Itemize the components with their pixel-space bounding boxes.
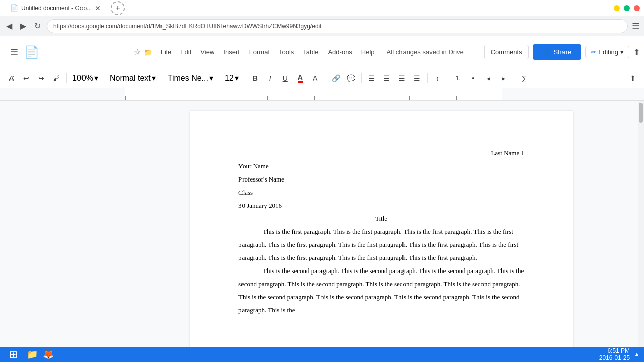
highlight-button[interactable]: A <box>308 71 323 85</box>
collapse-toolbar-button[interactable]: ⬆ <box>626 71 640 85</box>
toolbar: 🖨 ↩ ↪ 🖌 100% ▾ Normal text ▾ Times Ne...… <box>0 68 644 88</box>
bold-button[interactable]: B <box>248 71 262 85</box>
browser-chrome: ◀ ▶ ↻ https://docs.google.com/document/d… <box>0 16 644 36</box>
comments-button[interactable]: Comments <box>484 45 529 59</box>
zoom-chevron-icon: ▾ <box>94 73 98 83</box>
increase-indent-button[interactable]: ▸ <box>497 71 511 85</box>
font-chevron-icon: ▾ <box>209 73 213 83</box>
align-right-button[interactable]: ☰ <box>395 71 409 85</box>
highlight-icon: A <box>313 74 317 82</box>
bullet-list-button[interactable]: • <box>466 71 480 85</box>
font-selector[interactable]: Times Ne... ▾ <box>165 73 216 83</box>
pencil-icon: ✏ <box>591 48 596 56</box>
document-canvas[interactable]: Last Name 1 Your Name Professor's Name C… <box>125 101 638 362</box>
chrome-menu-button[interactable]: ☰ <box>632 21 640 32</box>
scrollbar-thumb[interactable] <box>639 103 643 123</box>
italic-button[interactable]: I <box>263 71 277 85</box>
menu-bar: File Edit View Insert Format Tools Table… <box>156 46 379 58</box>
comment-button[interactable]: 💬 <box>344 71 358 85</box>
share-button[interactable]: 👤 Share <box>533 44 582 60</box>
link-button[interactable]: 🔗 <box>329 71 343 85</box>
divider-9 <box>448 73 448 83</box>
paragraph-1-text: This is the first paragraph. This is the… <box>238 228 518 261</box>
page-header: Last Name 1 <box>238 147 524 160</box>
editing-chevron-icon: ▾ <box>620 48 624 56</box>
address-bar[interactable]: https://docs.google.com/document/d/1Mr_S… <box>47 19 628 33</box>
paragraph-2-text: This is the second paragraph. This is th… <box>238 267 524 314</box>
formula-button[interactable]: ∑ <box>517 71 531 85</box>
divider-8 <box>427 73 428 83</box>
addons-menu[interactable]: Add-ons <box>324 46 356 58</box>
format-menu[interactable]: Format <box>245 46 274 58</box>
divider-5 <box>245 73 245 83</box>
maximize-button[interactable] <box>624 5 630 11</box>
zoom-value: 100% <box>72 74 93 83</box>
expand-button[interactable]: ⬆ <box>633 47 640 57</box>
date-line: 30 January 2016 <box>238 199 524 212</box>
file-menu[interactable]: File <box>156 46 175 58</box>
ruler-inner <box>125 88 644 100</box>
align-left-button[interactable]: ☰ <box>365 71 379 85</box>
forward-button[interactable]: ▶ <box>18 19 28 33</box>
undo-button[interactable]: ↩ <box>19 71 33 85</box>
justify-button[interactable]: ☰ <box>410 71 424 85</box>
start-button[interactable]: ⊞ <box>4 350 22 359</box>
new-tab-button[interactable]: + <box>111 1 125 15</box>
text-color-icon: A <box>298 73 303 83</box>
view-menu[interactable]: View <box>196 46 218 58</box>
class-text: Class <box>238 189 253 196</box>
firefox-icon[interactable]: 🦊 <box>42 348 54 360</box>
taskbar: ⊞ 📁 🦊 6:51 PM 2016-01-25 ▲ <box>0 347 644 362</box>
decrease-indent-button[interactable]: ◂ <box>481 71 496 85</box>
help-menu[interactable]: Help <box>357 46 379 58</box>
taskbar-time: 6:51 PM 2016-01-25 <box>599 347 630 361</box>
title-bar: 📄 Untitled document - Goo... ✕ + <box>0 0 644 16</box>
text-color-button[interactable]: A <box>293 71 307 85</box>
doc-title-input[interactable]: Untitled document <box>40 47 131 57</box>
zoom-selector[interactable]: 100% ▾ <box>70 73 101 83</box>
divider-6 <box>326 73 326 83</box>
print-button[interactable]: 🖨 <box>4 71 18 85</box>
hamburger-icon: ☰ <box>10 47 18 58</box>
file-explorer-icon[interactable]: 📁 <box>26 348 38 360</box>
minimize-button[interactable] <box>614 5 620 11</box>
close-button[interactable] <box>634 5 640 11</box>
numbered-list-button[interactable]: 1. <box>451 71 465 85</box>
tools-menu[interactable]: Tools <box>275 46 298 58</box>
header-right: Comments 👤 Share ✏ Editing ▾ ⬆ <box>484 44 640 60</box>
underline-button[interactable]: U <box>278 71 292 85</box>
divider-2 <box>104 73 104 83</box>
header-last-name: Last Name 1 <box>491 149 524 157</box>
tab-close-button[interactable]: ✕ <box>95 4 101 12</box>
scrollbar[interactable] <box>638 101 644 362</box>
insert-menu[interactable]: Insert <box>219 46 244 58</box>
align-center-button[interactable]: ☰ <box>380 71 394 85</box>
google-apps-button[interactable]: ☰ <box>4 42 24 62</box>
browser-tab[interactable]: 📄 Untitled document - Goo... ✕ <box>4 1 107 15</box>
divider-10 <box>514 73 514 83</box>
line-spacing-button[interactable]: ↕ <box>431 71 445 85</box>
refresh-button[interactable]: ↻ <box>32 19 43 33</box>
star-button[interactable]: ☆ <box>134 47 141 57</box>
redo-button[interactable]: ↪ <box>34 71 48 85</box>
table-menu[interactable]: Table <box>299 46 323 58</box>
style-selector[interactable]: Normal text ▾ <box>107 73 158 83</box>
font-size-selector[interactable]: 12 ▾ <box>222 73 242 83</box>
time-display: 6:51 PM <box>599 347 630 354</box>
divider-1 <box>66 73 67 83</box>
saved-status: All changes saved in Drive <box>387 48 464 56</box>
folder-icon[interactable]: 📁 <box>144 48 152 56</box>
font-size-chevron-icon: ▾ <box>235 73 239 83</box>
ruler-bar[interactable] <box>125 88 502 100</box>
your-name-line: Your Name <box>238 160 524 173</box>
show-desktop-button[interactable]: ▲ <box>634 351 640 358</box>
document-page: Last Name 1 Your Name Professor's Name C… <box>190 111 573 362</box>
professor-name-line: Professor's Name <box>238 173 524 186</box>
editing-mode-selector[interactable]: ✏ Editing ▾ <box>585 46 629 58</box>
style-value: Normal text <box>110 74 151 83</box>
paint-format-button[interactable]: 🖌 <box>49 71 63 85</box>
date-text: 30 January 2016 <box>238 202 282 209</box>
date-display: 2016-01-25 <box>599 354 630 361</box>
back-button[interactable]: ◀ <box>4 19 14 33</box>
edit-menu[interactable]: Edit <box>176 46 195 58</box>
